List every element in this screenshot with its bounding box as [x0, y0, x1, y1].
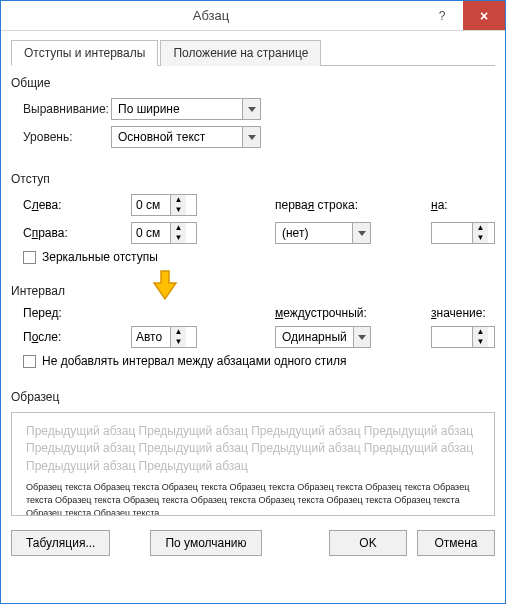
section-indent: Отступ Слева: 0 см ▲▼ первая строка: на: — [11, 172, 495, 264]
first-line-by-value — [432, 223, 472, 243]
section-preview: Образец Предыдущий абзац Предыдущий абза… — [11, 390, 495, 516]
section-title-general: Общие — [11, 76, 495, 90]
first-line-value: (нет) — [276, 223, 352, 243]
preview-sample-text: Образец текста Образец текста Образец те… — [26, 481, 480, 516]
spinner-buttons[interactable]: ▲▼ — [472, 327, 488, 347]
chevron-down-icon — [353, 327, 370, 347]
titlebar: Абзац ? × — [1, 1, 505, 31]
spinner-buttons[interactable]: ▲▼ — [170, 327, 186, 347]
first-line-by-spinner[interactable]: ▲▼ — [431, 222, 495, 244]
line-spacing-label: междустрочный: — [205, 306, 423, 320]
spinner-buttons[interactable]: ▲▼ — [472, 223, 488, 243]
alignment-combo[interactable]: По ширине — [111, 98, 261, 120]
first-line-combo[interactable]: (нет) — [275, 222, 371, 244]
tab-strip: Отступы и интервалы Положение на страниц… — [11, 39, 495, 66]
line-spacing-combo[interactable]: Одинарный — [275, 326, 371, 348]
first-line-by-label: на: — [431, 198, 495, 212]
window-title: Абзац — [1, 8, 421, 23]
spacing-after-spinner[interactable]: Авто ▲▼ — [131, 326, 197, 348]
checkbox-box — [23, 355, 36, 368]
spacing-after-value: Авто — [132, 327, 170, 347]
line-spacing-at-spinner[interactable]: ▲▼ — [431, 326, 495, 348]
first-line-label: первая строка: — [205, 198, 423, 212]
indent-left-spinner[interactable]: 0 см ▲▼ — [131, 194, 197, 216]
mirror-indents-checkbox[interactable]: Зеркальные отступы — [23, 250, 495, 264]
spacing-after-label: После: — [11, 330, 123, 344]
paragraph-dialog: Абзац ? × Отступы и интервалы Положение … — [0, 0, 506, 604]
outline-level-label: Уровень: — [11, 130, 111, 144]
spacing-before-label: Перед: — [11, 306, 123, 320]
chevron-down-icon — [242, 99, 260, 119]
preview-box: Предыдущий абзац Предыдущий абзац Предыд… — [11, 412, 495, 516]
set-default-button[interactable]: По умолчанию — [150, 530, 261, 556]
outline-level-combo[interactable]: Основной текст — [111, 126, 261, 148]
section-title-preview: Образец — [11, 390, 495, 404]
outline-level-value: Основной текст — [112, 127, 242, 147]
chevron-down-icon — [352, 223, 370, 243]
indent-left-label: Слева: — [11, 198, 123, 212]
indent-right-value: 0 см — [132, 223, 170, 243]
checkbox-box — [23, 251, 36, 264]
no-space-same-style-label: Не добавлять интервал между абзацами одн… — [42, 354, 347, 368]
section-title-spacing: Интервал — [11, 284, 495, 298]
tab-line-page-breaks[interactable]: Положение на странице — [160, 40, 321, 66]
indent-right-spinner[interactable]: 0 см ▲▼ — [131, 222, 197, 244]
annotation-arrow-icon — [151, 269, 179, 301]
alignment-label: Выравнивание: — [11, 102, 111, 116]
mirror-indents-label: Зеркальные отступы — [42, 250, 158, 264]
section-spacing: Интервал Перед: междустрочный: значение: — [11, 284, 495, 368]
cancel-button[interactable]: Отмена — [417, 530, 495, 556]
dialog-footer: Табуляция... По умолчанию OK Отмена — [11, 530, 495, 556]
indent-right-label: Справа: — [11, 226, 123, 240]
ok-button[interactable]: OK — [329, 530, 407, 556]
spinner-buttons[interactable]: ▲▼ — [170, 223, 186, 243]
tab-label: Отступы и интервалы — [24, 46, 145, 60]
no-space-same-style-checkbox[interactable]: Не добавлять интервал между абзацами одн… — [23, 354, 495, 368]
tab-label: Положение на странице — [173, 46, 308, 60]
tabs-button[interactable]: Табуляция... — [11, 530, 110, 556]
help-button[interactable]: ? — [421, 1, 463, 30]
tab-indents-spacing[interactable]: Отступы и интервалы — [11, 40, 158, 66]
indent-left-value: 0 см — [132, 195, 170, 215]
section-title-indent: Отступ — [11, 172, 495, 186]
chevron-down-icon — [242, 127, 260, 147]
line-spacing-at-value — [432, 327, 472, 347]
line-spacing-value: Одинарный — [276, 327, 353, 347]
spinner-buttons[interactable]: ▲▼ — [170, 195, 186, 215]
line-spacing-at-label: значение: — [431, 306, 495, 320]
close-button[interactable]: × — [463, 1, 505, 30]
alignment-value: По ширине — [112, 99, 242, 119]
preview-prev-text: Предыдущий абзац Предыдущий абзац Предыд… — [26, 423, 480, 475]
section-general: Общие Выравнивание: По ширине Уровень: О… — [11, 76, 495, 148]
